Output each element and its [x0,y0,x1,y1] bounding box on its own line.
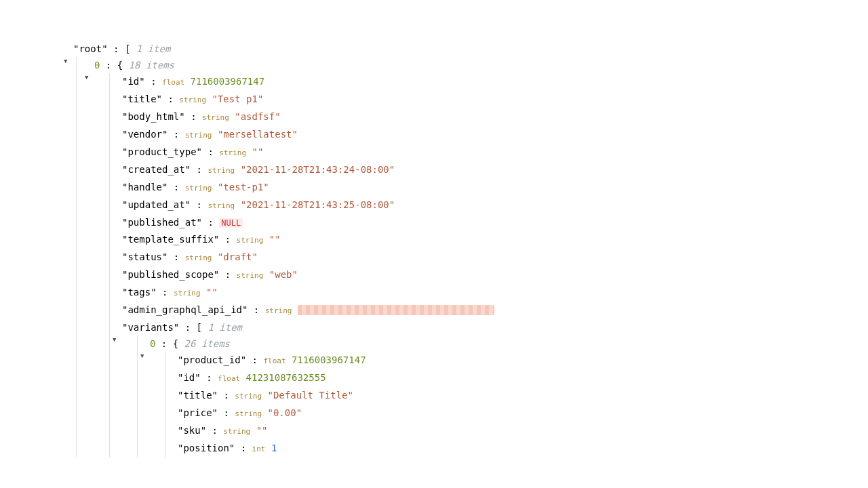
brace-open: { [173,338,178,349]
item-count: 18 items [129,60,174,70]
object-children: "id" : float 7116003967147 "title" : str… [109,73,868,458]
root-children: 0 : { 18 items "id" : float 711600396714… [76,57,868,458]
bracket-open: [ [125,43,130,54]
json-row[interactable]: "published_scope" : string "web" [122,266,868,284]
json-row[interactable]: "body_html" : string "asdfsf" [122,108,868,126]
item-count: 1 item [136,43,171,54]
json-row[interactable]: "sku" : string "" [178,422,868,440]
json-row[interactable]: "created_at" : string "2021-11-28T21:43:… [122,161,868,179]
json-row[interactable]: "vendor" : string "mersellatest" [122,126,868,144]
bracket-open: [ [197,322,202,333]
json-row[interactable]: "title" : string "Test p1" [122,91,868,108]
json-row[interactable]: "title" : string "Default Title" [178,387,868,405]
null-badge: NULL [219,218,243,228]
variant-object-children: "product_id" : float 7116003967147 "id" … [165,352,868,458]
brace-open: { [117,60,123,70]
json-row[interactable]: "tags" : string "" [122,284,868,302]
json-row[interactable]: "handle" : string "test-p1" [122,179,868,197]
json-row[interactable]: "id" : float 41231087632555 [178,369,868,387]
json-row[interactable]: "product_id" : float 7116003967147 [178,352,868,369]
json-row[interactable]: "admin_graphql_api_id" : string [122,302,868,319]
root-key: "root" [73,43,108,54]
json-row[interactable]: "position" : int 1 [178,440,868,458]
json-row[interactable]: "template_suffix" : string "" [122,231,868,249]
root-header[interactable]: "root" : [ 1 item [73,41,868,57]
json-row[interactable]: "price" : string "0.00" [178,405,868,422]
item-count: 1 item [208,322,242,333]
json-row[interactable]: "published_at" : NULL [122,214,868,231]
array-item-header[interactable]: 0 : { 26 items [150,336,868,352]
array-item-header[interactable]: 0 : { 18 items [94,57,868,73]
json-tree-root: "root" : [ 1 item 0 : { 18 items "id" : … [73,41,868,458]
punct-colon: : [108,43,125,54]
json-row[interactable]: "updated_at" : string "2021-11-28T21:43:… [122,197,868,214]
variants-header[interactable]: "variants" : [ 1 item [122,319,868,336]
variants-children: 0 : { 26 items "product_id" : float 7116… [137,336,868,458]
redacted-value [298,305,494,315]
item-count: 26 items [184,338,230,349]
json-row[interactable]: "id" : float 7116003967147 [122,73,868,91]
json-row[interactable]: "product_type" : string "" [122,144,868,161]
json-row[interactable]: "status" : string "draft" [122,249,868,266]
